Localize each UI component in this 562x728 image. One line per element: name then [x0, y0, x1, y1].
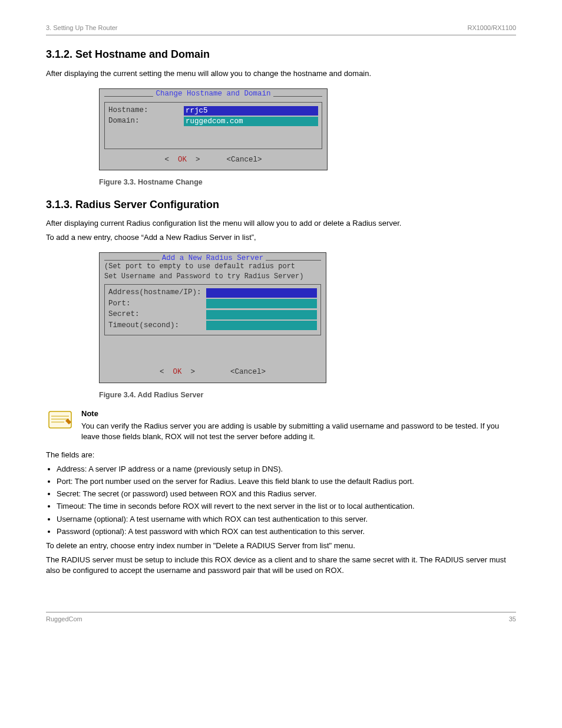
port-input[interactable]: [206, 299, 317, 308]
header-left: 3. Setting Up The Router: [46, 24, 117, 32]
dialog2-desc1: (Set port to empty to use default radius…: [100, 262, 326, 272]
figure-caption-2: Figure 3.4. Add Radius Server: [99, 390, 516, 401]
domain-label: Domain:: [108, 116, 180, 127]
page-header: 3. Setting Up The Router RX1000/RX1100: [46, 24, 516, 35]
domain-input[interactable]: ruggedcom.com: [184, 117, 318, 126]
fields-list: Address: A server IP address or a name (…: [57, 464, 516, 537]
dialog-add-radius: Add a New Radius Server (Set port to emp…: [99, 252, 326, 383]
hostname-label: Hostname:: [108, 106, 180, 116]
radius-p2: To add a new entry, choose “Add a New Ra…: [46, 232, 516, 243]
fields-intro: The fields are:: [46, 450, 516, 460]
timeout-label: Timeout(second):: [108, 321, 203, 331]
list-item: Address: A server IP address or a name (…: [57, 464, 516, 475]
section-title-hostname: 3.1.2. Set Hostname and Domain: [46, 47, 516, 62]
timeout-input[interactable]: [206, 321, 317, 330]
dialog-change-hostname: Change Hostname and Domain Hostname: rrj…: [99, 88, 328, 171]
radius-p1: After displaying current Radius configur…: [46, 218, 516, 229]
page-footer: RuggedCom 35: [46, 612, 516, 624]
port-label: Port:: [108, 299, 203, 309]
note-block: Note You can verify the Radius server yo…: [46, 409, 516, 443]
address-input[interactable]: [206, 288, 317, 298]
list-item: Port: The port number used on the server…: [57, 476, 516, 487]
secret-label: Secret:: [108, 309, 203, 320]
note-icon: [46, 409, 74, 432]
footer-left: RuggedCom: [46, 615, 82, 624]
list-item: Timeout: The time in seconds before ROX …: [57, 501, 516, 512]
cancel-button[interactable]: <Cancel>: [227, 156, 262, 164]
header-right: RX1000/RX1100: [467, 24, 516, 32]
list-item: Username (optional): A test username wit…: [57, 514, 516, 525]
radius-setup-p: The RADIUS server must be setup to inclu…: [46, 555, 516, 576]
cancel-button-2[interactable]: <Cancel>: [230, 368, 266, 376]
footer-right: 35: [509, 615, 516, 624]
list-item: Password (optional): A test password wit…: [57, 526, 516, 537]
radius-delete-p: To delete an entry, choose entry index n…: [46, 541, 516, 551]
dialog2-desc2: Set Username and Password to try Radius …: [100, 272, 326, 284]
figure-caption-1: Figure 3.3. Hostname Change: [99, 177, 516, 188]
ok-button-2[interactable]: < OK >: [160, 368, 195, 376]
address-label: Address(hostname/IP):: [108, 288, 203, 298]
ok-button[interactable]: < OK >: [164, 156, 200, 164]
secret-input[interactable]: [206, 310, 317, 319]
list-item: Secret: The secret (or password) used be…: [57, 489, 516, 499]
note-heading: Note: [81, 409, 516, 419]
note-body: You can verify the Radius server you are…: [81, 421, 516, 442]
dialog2-title: Add a New Radius Server: [160, 253, 266, 264]
section-title-radius: 3.1.3. Radius Server Configuration: [46, 197, 516, 212]
dialog1-title: Change Hostname and Domain: [153, 89, 273, 100]
hostname-input[interactable]: rrjc5: [184, 106, 318, 116]
section-instruction-hostname: After displaying the current setting the…: [46, 68, 516, 79]
